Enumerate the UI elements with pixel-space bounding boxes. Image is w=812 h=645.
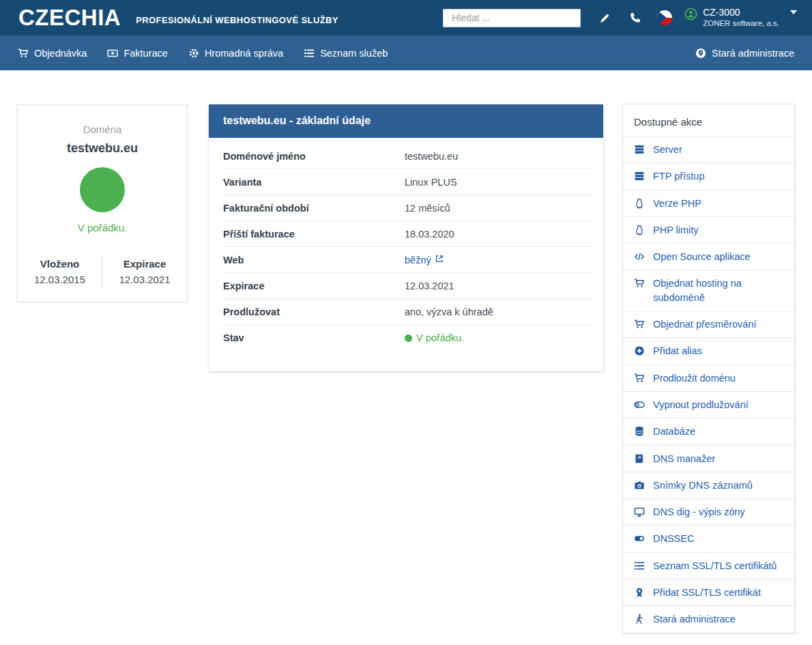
expiry-label: Expirace bbox=[102, 258, 187, 270]
action-item-php-limity[interactable]: PHP limity bbox=[623, 216, 794, 243]
web-type-link[interactable]: běžný bbox=[405, 254, 444, 266]
nav-item-seznam-sluzeb[interactable]: Seznam služeb bbox=[304, 48, 388, 59]
action-item-label: DNS manažer bbox=[653, 452, 715, 465]
action-item-dnssec[interactable]: DNSSEC bbox=[623, 525, 794, 551]
walking-icon bbox=[634, 614, 646, 625]
action-item-vypnout-prodluzovani[interactable]: Vypnout prodlužování bbox=[623, 391, 794, 418]
domain-dates: Vloženo 12.03.2015 Expirace 12.03.2021 bbox=[18, 248, 187, 302]
award-icon bbox=[634, 587, 646, 598]
detail-row-varianta: VariantaLinux PLUS bbox=[223, 169, 593, 195]
detail-value: 18.03.2020 bbox=[405, 229, 593, 240]
server-icon bbox=[634, 171, 646, 182]
action-item-label: PHP limity bbox=[653, 223, 699, 237]
action-item-label: Přidat SSL/TLS certifikát bbox=[653, 586, 761, 599]
detail-label: Fakturační období bbox=[223, 203, 405, 214]
panel-title: testwebu.eu - základní údaje bbox=[209, 104, 603, 138]
detail-value: ano, výzva k úhradě bbox=[405, 306, 593, 317]
phone-icon[interactable] bbox=[628, 12, 641, 24]
domain-card-label: Doména bbox=[18, 124, 187, 135]
nav-item-fakturace[interactable]: Fakturace bbox=[107, 48, 167, 59]
action-item-server[interactable]: Server bbox=[623, 136, 794, 162]
detail-value: testwebu.eu bbox=[405, 151, 593, 162]
domain-name: testwebu.eu bbox=[18, 141, 187, 156]
action-item-databaze[interactable]: Databáze bbox=[623, 418, 794, 444]
action-item-objednat-presmerovani[interactable]: Objednat přesměrování bbox=[623, 311, 794, 337]
detail-row-pristi-fakturace: Příští fakturace18.03.2020 bbox=[223, 221, 593, 247]
detail-row-expirace: Expirace12.03.2021 bbox=[223, 273, 593, 299]
nav-item-label: Stará administrace bbox=[712, 48, 794, 59]
domain-status-text: V pořádku. bbox=[18, 222, 187, 233]
server-icon bbox=[634, 144, 646, 155]
action-item-ftp-pristup[interactable]: FTP přístup bbox=[623, 162, 794, 189]
search-input[interactable] bbox=[443, 9, 581, 27]
detail-value: 12.03.2021 bbox=[405, 281, 593, 291]
cart-icon bbox=[634, 319, 646, 330]
status-circle-indicator bbox=[80, 167, 125, 212]
nav-left-items: ObjednávkaFakturaceHromadná správaSeznam… bbox=[18, 48, 408, 59]
detail-row-web: Webběžný bbox=[223, 247, 593, 273]
nav-item-objednavka[interactable]: Objednávka bbox=[18, 48, 87, 59]
action-item-verze-php[interactable]: Verze PHP bbox=[623, 190, 794, 216]
action-item-pridat-ssl-tls-certifikat[interactable]: Přidat SSL/TLS certifikát bbox=[623, 579, 794, 605]
main-nav: ObjednávkaFakturaceHromadná správaSeznam… bbox=[0, 35, 812, 70]
available-actions-panel: Dostupné akce ServerFTP přístupVerze PHP… bbox=[622, 104, 795, 633]
action-item-label: Vypnout prodlužování bbox=[653, 398, 749, 412]
brand-logo: CZECHIA bbox=[18, 5, 121, 31]
action-item-label: DNSSEC bbox=[653, 532, 694, 545]
penguin-icon bbox=[634, 198, 646, 209]
domain-details-panel: testwebu.eu - základní údaje Doménové jm… bbox=[209, 104, 603, 371]
detail-label: Stav bbox=[223, 332, 405, 343]
action-item-open-source-aplikace[interactable]: Open Source aplikace bbox=[623, 243, 794, 270]
top-header: CZECHIA PROFESIONÁLNÍ WEBHOSTINGOVÉ SLUŽ… bbox=[0, 0, 812, 35]
nav-item-stara-administrace[interactable]: Stará administrace bbox=[695, 48, 794, 59]
expiry-date: 12.03.2021 bbox=[102, 274, 187, 285]
nav-item-label: Seznam služeb bbox=[320, 48, 388, 59]
code-icon bbox=[634, 251, 646, 262]
expiry-date-block: Expirace 12.03.2021 bbox=[102, 257, 187, 287]
action-item-objednat-hosting-na-subdomene[interactable]: Objednat hosting na subdoméně bbox=[623, 270, 794, 311]
gear-icon bbox=[188, 48, 199, 59]
action-item-label: Server bbox=[653, 143, 682, 156]
action-item-pridat-alias[interactable]: Přidat alias bbox=[623, 337, 794, 364]
book-icon bbox=[634, 453, 646, 464]
cart-icon bbox=[634, 278, 646, 289]
account-menu[interactable]: CZ-3000 ZONER software, a.s. bbox=[684, 7, 797, 28]
action-item-label: Stará administrace bbox=[653, 612, 736, 626]
page: CZECHIA PROFESIONÁLNÍ WEBHOSTINGOVÉ SLUŽ… bbox=[0, 0, 812, 645]
pencil-icon[interactable] bbox=[598, 12, 611, 24]
action-item-label: Snímky DNS záznamů bbox=[653, 478, 753, 492]
detail-label: Expirace bbox=[223, 281, 405, 291]
toggle-off-icon bbox=[634, 399, 646, 410]
action-item-label: Objednat hosting na subdoméně bbox=[653, 276, 785, 304]
action-item-snimky-dns-zaznamu[interactable]: Snímky DNS záznamů bbox=[623, 472, 794, 498]
action-item-label: Přidat alias bbox=[653, 344, 702, 358]
action-item-label: Databáze bbox=[653, 425, 695, 438]
cart-icon bbox=[18, 48, 29, 59]
action-item-prodlouzit-domenu[interactable]: Prodloužit doménu bbox=[623, 364, 794, 391]
action-item-dns-dig-vypis-zony[interactable]: DNS dig - výpis zóny bbox=[623, 498, 794, 525]
action-item-label: Open Source aplikace bbox=[653, 250, 751, 263]
account-code: CZ-3000 bbox=[703, 7, 779, 18]
nav-item-label: Fakturace bbox=[124, 48, 167, 59]
status-text: V pořádku. bbox=[416, 332, 464, 343]
detail-value: V pořádku. bbox=[405, 332, 593, 343]
detail-value: 12 měsíců bbox=[405, 203, 593, 214]
chevron-down-icon[interactable] bbox=[790, 10, 797, 14]
czech-flag-icon[interactable] bbox=[657, 10, 672, 25]
nav-item-label: Objednávka bbox=[34, 48, 87, 59]
detail-label: Příští fakturace bbox=[223, 229, 405, 240]
detail-label: Doménové jméno bbox=[223, 151, 405, 162]
nav-item-hromadna-sprava[interactable]: Hromadná správa bbox=[188, 48, 283, 59]
action-item-label: Prodloužit doménu bbox=[653, 371, 736, 385]
plus-circle-icon bbox=[634, 345, 646, 356]
action-item-stara-administrace[interactable]: Stará administrace bbox=[623, 605, 794, 632]
action-item-seznam-ssl-tls-certifikatu[interactable]: Seznam SSL/TLS certifikátů bbox=[623, 552, 794, 579]
detail-row-stav: StavV pořádku. bbox=[223, 325, 593, 351]
action-item-dns-manazer[interactable]: DNS manažer bbox=[623, 445, 794, 472]
action-item-label: Verze PHP bbox=[653, 197, 701, 210]
monitor-icon bbox=[634, 506, 646, 517]
link-text: běžný bbox=[405, 255, 431, 266]
action-items: ServerFTP přístupVerze PHPPHP limityOpen… bbox=[623, 136, 794, 633]
list-icon bbox=[304, 48, 315, 59]
detail-label: Varianta bbox=[223, 177, 405, 188]
